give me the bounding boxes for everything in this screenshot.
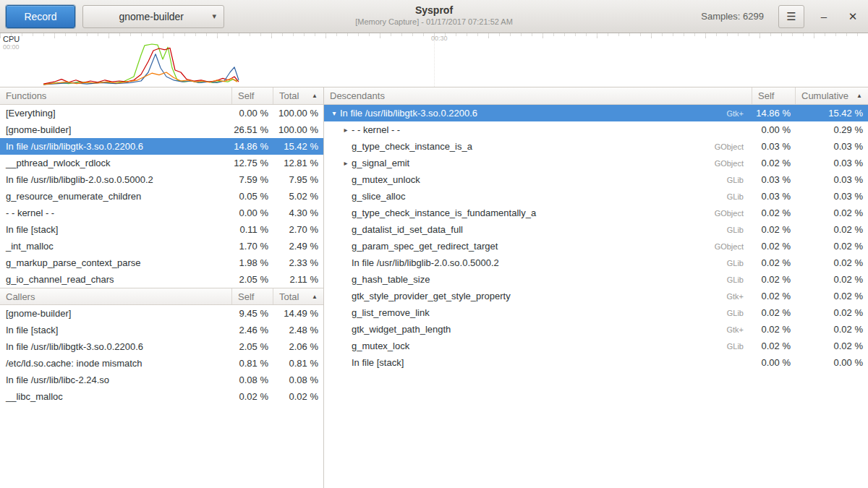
table-row[interactable]: /etc/ld.so.cache: inode mismatch 0.81 % … — [0, 355, 323, 372]
self-percent: 0.02 % — [752, 224, 796, 235]
cumulative-percent: 0.02 % — [796, 257, 868, 268]
self-percent: 0.03 % — [752, 174, 796, 185]
total-percent: 2.49 % — [273, 241, 323, 252]
table-row[interactable]: In file [stack] 0.11 % 2.70 % — [0, 221, 323, 238]
category-label: GLib — [727, 309, 752, 317]
expander-icon[interactable] — [340, 126, 352, 134]
tree-row[interactable]: g_param_spec_get_redirect_target GObject… — [324, 238, 868, 254]
self-percent: 0.81 % — [232, 358, 273, 369]
self-percent: 0.02 % — [752, 274, 796, 285]
category-label: GLib — [727, 342, 752, 351]
total-percent: 2.11 % — [273, 274, 323, 285]
table-row[interactable]: [gnome-builder] 9.45 % 14.49 % — [0, 305, 323, 322]
table-row[interactable]: In file [stack] 2.46 % 2.48 % — [0, 322, 323, 338]
cumulative-percent: 0.02 % — [796, 341, 868, 351]
category-label: GLib — [727, 259, 752, 267]
function-name: g_hash_table_size — [352, 274, 727, 285]
total-percent: 100.00 % — [273, 124, 323, 135]
cumulative-column-label: Cumulative — [801, 90, 848, 101]
tree-row[interactable]: In file /usr/lib/libglib-2.0.so.0.5000.2… — [324, 254, 868, 271]
function-name: [Everything] — [0, 108, 232, 119]
self-percent: 2.46 % — [232, 325, 273, 335]
minimize-button[interactable]: – — [814, 7, 833, 26]
self-column-header[interactable]: Self — [752, 87, 796, 104]
tree-row[interactable]: g_mutex_unlock GLib 0.03 % 0.03 % — [324, 171, 868, 188]
callers-column-header[interactable]: Callers — [0, 288, 232, 304]
self-percent: 14.86 % — [232, 141, 273, 152]
right-pane-empty-area — [324, 371, 868, 488]
tree-row[interactable]: In file [stack] 0.00 % 0.00 % — [324, 354, 868, 371]
tree-row[interactable]: g_signal_emit GObject 0.02 % 0.03 % — [324, 155, 868, 171]
expander-icon[interactable] — [340, 159, 352, 167]
functions-table-header: Functions Self Total ▲ — [0, 87, 323, 105]
tree-row[interactable]: g_slice_alloc GLib 0.03 % 0.03 % — [324, 188, 868, 205]
tree-row[interactable]: g_list_remove_link GLib 0.02 % 0.02 % — [324, 304, 868, 321]
self-percent: 0.05 % — [232, 191, 273, 202]
tree-row[interactable]: gtk_style_provider_get_style_property Gt… — [324, 288, 868, 304]
self-column-header[interactable]: Self — [232, 87, 273, 104]
tree-row[interactable]: g_type_check_instance_is_fundamentally_a… — [324, 205, 868, 221]
function-name: In file [stack] — [0, 325, 232, 335]
tree-row[interactable]: g_hash_table_size GLib 0.02 % 0.02 % — [324, 271, 868, 288]
menu-button[interactable]: ☰ — [778, 5, 804, 28]
total-percent: 0.81 % — [273, 358, 323, 369]
window-title: Sysprof — [355, 4, 513, 17]
total-column-header[interactable]: Total ▲ — [273, 87, 323, 104]
self-percent: 14.86 % — [752, 108, 796, 119]
function-name: - - kernel - - — [352, 124, 744, 135]
table-row[interactable]: In file /usr/lib/libgtk-3.so.0.2200.6 14… — [0, 138, 323, 155]
tree-row[interactable]: In file /usr/lib/libgtk-3.so.0.2200.6 Gt… — [324, 105, 868, 121]
table-row[interactable]: [Everything] 0.00 % 100.00 % — [0, 105, 323, 121]
tree-row[interactable]: - - kernel - - 0.00 % 0.29 % — [324, 121, 868, 138]
function-name: In file /usr/lib/libglib-2.0.so.0.5000.2 — [0, 174, 232, 185]
tree-row[interactable]: g_datalist_id_set_data_full GLib 0.02 % … — [324, 221, 868, 238]
function-name: In file [stack] — [352, 357, 744, 368]
tree-row[interactable]: g_mutex_lock GLib 0.02 % 0.02 % — [324, 338, 868, 354]
sort-indicator-icon: ▲ — [312, 93, 318, 99]
total-percent: 100.00 % — [273, 108, 323, 119]
profile-dropdown[interactable]: gnome-builder ▾ — [82, 5, 224, 28]
self-column-header[interactable]: Self — [232, 288, 273, 304]
table-row[interactable]: __libc_malloc 0.02 % 0.02 % — [0, 388, 323, 405]
expander-icon[interactable] — [328, 109, 340, 117]
self-percent: 0.02 % — [752, 158, 796, 168]
cpu-timeline-chart[interactable]: CPU 00:00 00:30 — [0, 33, 868, 87]
total-percent: 5.02 % — [273, 191, 323, 202]
descendants-column-header[interactable]: Descendants — [324, 87, 752, 104]
self-percent: 0.00 % — [232, 108, 273, 119]
table-row[interactable]: - - kernel - - 0.00 % 4.30 % — [0, 205, 323, 221]
cumulative-column-header[interactable]: Cumulative ▲ — [796, 87, 868, 104]
tree-row[interactable]: g_type_check_instance_is_a GObject 0.03 … — [324, 138, 868, 155]
left-pane-empty-area — [0, 405, 323, 488]
cumulative-percent: 0.02 % — [796, 224, 868, 235]
descendants-table-body: In file /usr/lib/libgtk-3.so.0.2200.6 Gt… — [324, 105, 868, 371]
table-row[interactable]: g_io_channel_read_chars 2.05 % 2.11 % — [0, 271, 323, 288]
tree-row[interactable]: gtk_widget_path_length Gtk+ 0.02 % 0.02 … — [324, 321, 868, 338]
close-button[interactable]: ✕ — [843, 7, 862, 26]
table-row[interactable]: In file /usr/lib/libglib-2.0.so.0.5000.2… — [0, 171, 323, 188]
main-content: Functions Self Total ▲ [Everything] 0.00… — [0, 87, 868, 488]
total-percent: 12.81 % — [273, 158, 323, 168]
record-button[interactable]: Record — [6, 5, 75, 28]
total-column-header[interactable]: Total ▲ — [273, 288, 323, 304]
table-row[interactable]: __pthread_rwlock_rdlock 12.75 % 12.81 % — [0, 155, 323, 171]
function-name: _int_malloc — [0, 241, 232, 252]
function-name: In file /usr/lib/libc-2.24.so — [0, 374, 232, 385]
functions-column-header[interactable]: Functions — [0, 87, 232, 104]
function-name: gtk_widget_path_length — [352, 324, 726, 335]
table-row[interactable]: g_resource_enumerate_children 0.05 % 5.0… — [0, 188, 323, 205]
table-row[interactable]: In file /usr/lib/libc-2.24.so 0.08 % 0.0… — [0, 372, 323, 388]
function-name: g_resource_enumerate_children — [0, 191, 232, 202]
table-row[interactable]: g_markup_parse_context_parse 1.98 % 2.33… — [0, 254, 323, 271]
table-row[interactable]: [gnome-builder] 26.51 % 100.00 % — [0, 121, 323, 138]
cumulative-percent: 0.29 % — [796, 124, 868, 135]
category-label: GObject — [715, 209, 752, 218]
cumulative-percent: 0.03 % — [796, 141, 868, 152]
table-row[interactable]: In file /usr/lib/libgtk-3.so.0.2200.6 2.… — [0, 338, 323, 355]
table-row[interactable]: _int_malloc 1.70 % 2.49 % — [0, 238, 323, 254]
cumulative-percent: 0.02 % — [796, 241, 868, 252]
total-percent: 7.95 % — [273, 174, 323, 185]
self-percent: 9.45 % — [232, 308, 273, 319]
function-name: In file /usr/lib/libgtk-3.so.0.2200.6 — [0, 341, 232, 352]
total-percent: 2.06 % — [273, 341, 323, 352]
